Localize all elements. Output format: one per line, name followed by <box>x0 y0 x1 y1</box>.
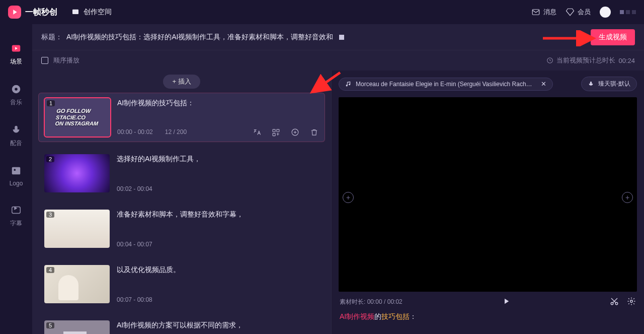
scene-thumb[interactable]: 1 GO FOLLOW STACIE.CO ON INSTAGRAM <box>45 98 110 137</box>
title-cursor <box>339 35 344 40</box>
music-chip[interactable]: Morceau de Fantaisie Elegie in E-min (Se… <box>339 78 553 91</box>
split-icon[interactable] <box>271 127 280 137</box>
translate-icon[interactable] <box>252 127 261 137</box>
image-icon <box>10 165 22 177</box>
cut-icon[interactable] <box>610 297 619 307</box>
music-icon <box>10 83 22 95</box>
caption-icon <box>10 204 22 216</box>
topbar: 一帧秒创 创作空间 消息 会员 <box>0 0 644 24</box>
play-row: 顺序播放 当前视频预计总时长 00:24 <box>32 50 644 71</box>
scene-item[interactable]: 4 以及优化视频品质。 00:07 - 00:08 <box>38 260 325 308</box>
sidebar-item-subtitle[interactable]: 字幕 <box>10 204 22 228</box>
member-link[interactable]: 会员 <box>566 8 591 17</box>
svg-point-7 <box>14 169 16 171</box>
scene-text[interactable]: 以及优化视频品质。 <box>117 265 319 275</box>
sidebar-item-logo[interactable]: Logo <box>10 165 23 187</box>
svg-point-17 <box>630 300 633 303</box>
svg-rect-12 <box>273 133 275 136</box>
clip-label: 素材时长: <box>340 298 365 305</box>
logo[interactable]: 一帧秒创 <box>8 6 57 19</box>
add-icon[interactable] <box>290 127 299 137</box>
sidebar-item-music[interactable]: 音乐 <box>10 83 22 107</box>
messages-link[interactable]: 消息 <box>531 8 556 17</box>
scene-text[interactable]: AI制作视频的方案可以根据不同的需求， <box>117 320 319 330</box>
voice-chip-label: 臻天骐-默认 <box>598 80 630 88</box>
music-chip-label: Morceau de Fantaisie Elegie in E-min (Se… <box>356 81 537 88</box>
scene-thumb[interactable]: 5 <box>44 320 110 334</box>
workspace-link[interactable]: 创作空间 <box>71 8 112 17</box>
scene-pane: + 插入 1 GO FOLLOW STACIE.CO ON INSTAGRAM … <box>32 71 332 334</box>
title-label: 标题： <box>41 33 62 42</box>
voice-chip[interactable]: 臻天骐-默认 <box>581 77 637 91</box>
mic-icon <box>10 124 22 136</box>
scene-list[interactable]: 1 GO FOLLOW STACIE.CO ON INSTAGRAM AI制作视… <box>32 93 331 334</box>
clock-icon <box>546 57 553 64</box>
title-text[interactable]: AI制作视频的技巧包括：选择好的AI视频制作工具，准备好素材和脚本，调整好音效和 <box>66 33 333 42</box>
thumb-caption: GO FOLLOW STACIE.CO ON INSTAGRAM <box>55 108 100 127</box>
note-icon <box>345 81 352 87</box>
insert-button[interactable]: + 插入 <box>163 75 200 89</box>
title-row: 标题： AI制作视频的技巧包括：选择好的AI视频制作工具，准备好素材和脚本，调整… <box>32 24 644 50</box>
svg-rect-11 <box>276 129 279 131</box>
scene-text[interactable]: 准备好素材和脚本，调整好音效和字幕， <box>117 210 319 220</box>
scene-item[interactable]: 1 GO FOLLOW STACIE.CO ON INSTAGRAM AI制作视… <box>38 93 325 142</box>
diamond-icon <box>566 8 575 17</box>
scene-thumb[interactable]: 2 <box>44 154 110 192</box>
scene-item[interactable]: 3 准备好素材和脚本，调整好音效和字幕， 00:04 - 00:07 <box>38 205 325 253</box>
scene-range: 00:04 - 00:07 <box>117 241 152 248</box>
sidebar: 场景 音乐 配音 Logo 字幕 <box>0 24 32 334</box>
scene-range: 00:00 - 00:02 <box>117 128 153 136</box>
scene-text[interactable]: 选择好的AI视频制作工具， <box>117 154 319 164</box>
svg-rect-0 <box>72 10 78 14</box>
clip-cur: 00:00 <box>367 298 382 305</box>
subtitle-line: AI制作视频的技巧包括： <box>340 312 636 321</box>
scene-range: 00:02 - 00:04 <box>117 185 152 192</box>
delete-icon[interactable] <box>309 127 318 137</box>
mail-icon <box>531 8 540 17</box>
avatar[interactable] <box>600 7 611 18</box>
sidebar-item-voice[interactable]: 配音 <box>10 124 22 148</box>
sequential-checkbox[interactable] <box>41 57 48 64</box>
duration-value: 00:24 <box>618 57 635 64</box>
window-dots <box>620 10 636 14</box>
clip-total: 00:02 <box>387 298 403 305</box>
play-button[interactable] <box>502 297 511 307</box>
settings-icon[interactable] <box>627 297 636 307</box>
workspace-icon <box>71 8 79 16</box>
sequential-label: 顺序播放 <box>53 56 79 65</box>
logo-icon <box>8 6 21 19</box>
scene-range: 00:07 - 00:08 <box>117 296 152 303</box>
svg-rect-10 <box>273 129 275 131</box>
sidebar-item-scene[interactable]: 场景 <box>10 42 22 66</box>
duration-prefix: 当前视频预计总时长 <box>556 56 615 65</box>
scene-thumb[interactable]: 3 <box>44 210 110 248</box>
scene-text[interactable]: AI制作视频的技巧包括： <box>117 98 318 108</box>
scene-item[interactable]: 2 选择好的AI视频制作工具， 00:02 - 00:04 <box>38 149 325 197</box>
add-overlay-right[interactable]: + <box>622 192 633 203</box>
scene-thumb[interactable]: 4 <box>44 265 110 303</box>
scene-icon <box>10 42 22 54</box>
workspace-label: 创作空间 <box>84 8 112 17</box>
close-icon[interactable]: ✕ <box>541 81 546 87</box>
generate-button[interactable]: 生成视频 <box>591 29 635 45</box>
svg-rect-1 <box>532 10 539 15</box>
preview-pane: Morceau de Fantaisie Elegie in E-min (Se… <box>332 71 644 334</box>
add-overlay-left[interactable]: + <box>343 192 354 203</box>
brand-name: 一帧秒创 <box>25 7 57 18</box>
video-preview[interactable]: + + <box>339 97 637 292</box>
svg-point-4 <box>15 88 18 91</box>
scene-charcount: 12 / 200 <box>165 128 187 136</box>
mic2-icon <box>588 81 594 87</box>
scene-item[interactable]: 5 AI制作视频的方案可以根据不同的需求， 00:08 - 00:12 <box>38 315 325 334</box>
